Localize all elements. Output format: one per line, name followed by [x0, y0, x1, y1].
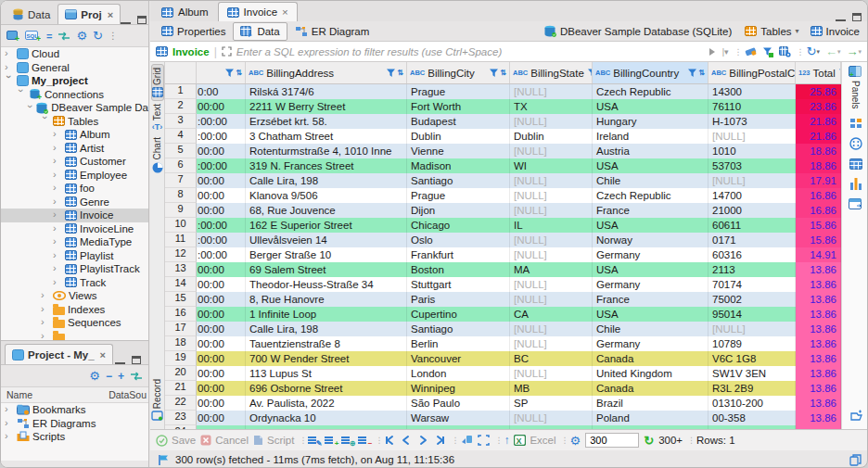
cell-invoicedate[interactable]: :00:00: [197, 247, 246, 262]
cell-billingcity[interactable]: Berlin: [407, 336, 510, 351]
row-number[interactable]: 12: [165, 247, 197, 262]
cell-billingpostalcode[interactable]: 01310-200: [708, 396, 796, 411]
subtab-properties[interactable]: Properties: [154, 22, 233, 41]
cell-billingpostalcode[interactable]: 0171: [708, 233, 796, 247]
tree-item-my-project[interactable]: ›My_project: [1, 74, 148, 88]
settings-gear-icon[interactable]: ⚙: [76, 29, 87, 43]
cell-billingpostalcode[interactable]: R3L 2B9: [708, 381, 796, 396]
cell-billingaddress[interactable]: 162 E Superior Street: [246, 218, 407, 233]
minimize-view-icon[interactable]: [121, 16, 131, 24]
cell-total[interactable]: 13.86: [796, 336, 841, 351]
cell-billingstate[interactable]: CA: [510, 307, 593, 322]
cell-billingstate[interactable]: BC: [510, 351, 593, 366]
cell-total[interactable]: 13.86: [796, 381, 841, 396]
nav-prev-icon[interactable]: [401, 435, 413, 446]
cell-billingcity[interactable]: Madison: [407, 158, 510, 173]
cell-billingcountry[interactable]: USA: [593, 99, 708, 114]
cancel-button[interactable]: Cancel: [200, 435, 249, 446]
expander-icon[interactable]: ›: [53, 235, 62, 247]
new-connection-icon[interactable]: +: [6, 31, 19, 42]
cell-billingpostalcode[interactable]: 1010: [708, 144, 796, 158]
play-icon[interactable]: [708, 47, 717, 57]
nav-first-icon[interactable]: [384, 435, 396, 446]
column-header-city[interactable]: ABCBillingCity⇅: [407, 62, 510, 83]
tree-item-mediatype[interactable]: ›MediaType: [1, 235, 148, 249]
maximize-editor-icon[interactable]: [852, 13, 862, 21]
tree-item-employee[interactable]: ›Employee: [1, 169, 148, 183]
row-number[interactable]: 23: [165, 411, 197, 425]
breadcrumb-database[interactable]: DBeaver Sample Database (SQLite): [560, 26, 732, 37]
export-up-icon[interactable]: ↑: [504, 434, 509, 447]
close-icon[interactable]: ×: [100, 349, 106, 360]
cell-billingcountry[interactable]: United Kingdom: [593, 366, 708, 381]
cell-billingpostalcode[interactable]: H-1073: [708, 114, 796, 129]
cell-billingstate[interactable]: [NULL]: [510, 277, 593, 292]
column-header-total[interactable]: 123Total↓: [796, 62, 841, 83]
tree-item-track[interactable]: ›Track: [1, 276, 148, 290]
references-panel-icon[interactable]: [849, 198, 862, 209]
tree-item-artist[interactable]: ›Artist: [1, 142, 148, 156]
row-number[interactable]: 13: [165, 262, 197, 277]
cell-billingcountry[interactable]: Poland: [593, 411, 708, 425]
tab-invoice[interactable]: Invoice ×: [218, 2, 298, 21]
cell-invoicedate[interactable]: :00:00: [197, 129, 246, 144]
tree-item-scripts[interactable]: ›Scripts: [1, 430, 148, 444]
cell-billingstate[interactable]: [NULL]: [510, 247, 593, 262]
fetch-more-label[interactable]: 300+: [658, 435, 683, 446]
cell-billingaddress[interactable]: Rilská 3174/6: [246, 84, 407, 99]
minimize-view-icon[interactable]: [115, 356, 125, 364]
cell-billingstate[interactable]: [NULL]: [510, 203, 593, 218]
cell-total[interactable]: 13.86: [796, 292, 841, 307]
fetch-size-input[interactable]: [585, 433, 639, 448]
cell-billingaddress[interactable]: Ullevålsveien 14: [246, 233, 407, 247]
cell-billingstate[interactable]: MA: [510, 262, 593, 277]
tree-item-invoice[interactable]: ›Invoice: [1, 209, 148, 222]
cell-billingaddress[interactable]: Erzsébet krt. 58.: [246, 114, 407, 129]
cell-billingcountry[interactable]: Chile: [593, 322, 708, 336]
cell-billingaddress[interactable]: Tauentzienstraße 8: [246, 336, 407, 351]
row-copy-icon[interactable]: ⊕: [341, 436, 353, 446]
cell-total[interactable]: 15.86: [796, 233, 841, 247]
cell-billingpostalcode[interactable]: 95014: [708, 307, 796, 322]
dropdown-caret-icon[interactable]: |▾: [722, 47, 729, 57]
cell-billingcity[interactable]: Fort Worth: [407, 99, 510, 114]
cell-billingpostalcode[interactable]: 14300: [708, 84, 796, 99]
cell-billingaddress[interactable]: Klanova 9/506: [246, 188, 407, 203]
row-delete-icon[interactable]: −: [358, 436, 370, 446]
cell-total[interactable]: 13.86: [796, 396, 841, 411]
excel-icon[interactable]: X: [514, 435, 526, 446]
expander-icon[interactable]: ›: [5, 430, 14, 441]
expander-icon[interactable]: ›: [4, 75, 15, 84]
row-number[interactable]: 5: [165, 144, 197, 158]
tree-item-tables[interactable]: ›Tables: [1, 115, 148, 129]
save-check-icon[interactable]: [156, 435, 168, 447]
cell-total[interactable]: 25.86: [796, 84, 841, 99]
expander-icon[interactable]: ›: [53, 142, 62, 153]
cell-invoicedate[interactable]: :00:00: [197, 233, 246, 247]
subtab-er-diagram[interactable]: ER Diagram: [287, 22, 377, 41]
cell-invoicedate[interactable]: 00:00: [197, 188, 246, 203]
cell-billingstate[interactable]: MB: [510, 381, 593, 396]
cell-billingcity[interactable]: Paris: [407, 292, 510, 307]
fetch-settings-gear-icon[interactable]: ⚙: [570, 434, 581, 448]
cell-billingcountry[interactable]: France: [593, 203, 708, 218]
cell-billingcity[interactable]: Prague: [407, 84, 510, 99]
cell-billingcity[interactable]: Warsaw: [407, 411, 510, 425]
row-number[interactable]: 22: [165, 396, 197, 411]
cell-billingcountry[interactable]: Austria: [593, 144, 708, 158]
cell-billingstate[interactable]: WI: [510, 158, 593, 173]
cell-billingcountry[interactable]: Germany: [593, 247, 708, 262]
cell-invoicedate[interactable]: :00:00: [197, 218, 246, 233]
arrow-right-icon[interactable]: →▾: [846, 44, 862, 58]
expander-icon[interactable]: ›: [53, 209, 62, 220]
cell-invoicedate[interactable]: 00:00: [197, 411, 246, 425]
column-header-date[interactable]: ⇅: [197, 62, 246, 83]
cell-billingaddress[interactable]: 319 N. Frances Street: [246, 158, 407, 173]
cell-billingcity[interactable]: Santiago: [407, 173, 510, 188]
cell-total[interactable]: 21.86: [796, 114, 841, 129]
cell-billingstate[interactable]: TX: [510, 99, 593, 114]
row-number[interactable]: 16: [165, 307, 197, 322]
cell-total[interactable]: 13.86: [796, 262, 841, 277]
tree-item-connections[interactable]: ›+Connections: [1, 88, 148, 102]
tab-database-navigator[interactable]: Data: [5, 4, 57, 24]
